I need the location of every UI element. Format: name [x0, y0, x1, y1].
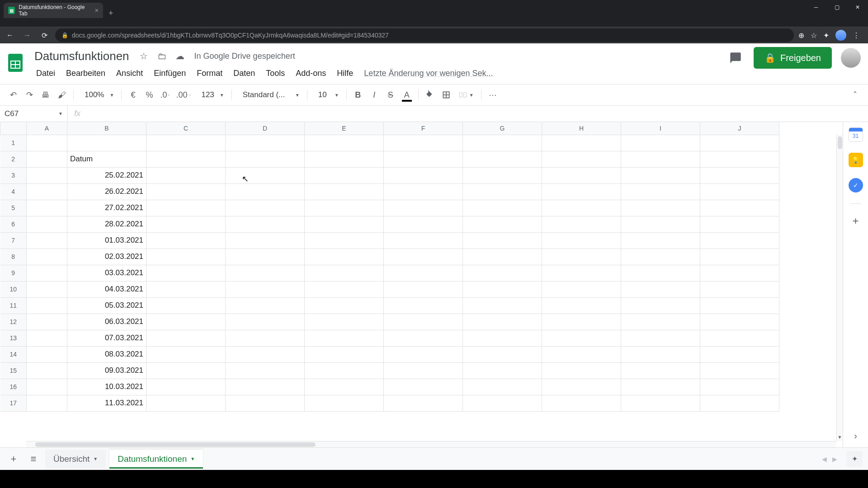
- cell[interactable]: [146, 135, 226, 151]
- cell[interactable]: [700, 395, 779, 411]
- cell[interactable]: [226, 135, 305, 151]
- cell[interactable]: [384, 330, 463, 346]
- formula-input[interactable]: [87, 110, 868, 117]
- forward-button[interactable]: →: [21, 29, 33, 42]
- cell[interactable]: [463, 216, 542, 232]
- decrease-decimal-button[interactable]: .0←: [158, 87, 173, 103]
- cell[interactable]: [146, 232, 226, 249]
- horizontal-scrollbar[interactable]: [26, 441, 836, 447]
- paint-format-button[interactable]: 🖌: [54, 87, 70, 103]
- font-size-dropdown[interactable]: 10 ▼: [311, 90, 343, 99]
- cell[interactable]: [384, 167, 463, 183]
- cell[interactable]: [384, 232, 463, 249]
- column-header-D[interactable]: D: [226, 122, 305, 135]
- add-addon-button[interactable]: +: [852, 215, 859, 227]
- all-sheets-button[interactable]: ≡: [25, 451, 42, 467]
- cell[interactable]: [463, 200, 542, 216]
- bold-button[interactable]: B: [350, 87, 366, 103]
- cell[interactable]: [700, 379, 779, 395]
- menu-bearbeiten[interactable]: Bearbeiten: [61, 67, 110, 80]
- row-header[interactable]: 14: [0, 346, 27, 362]
- cell[interactable]: [542, 200, 621, 216]
- row-header[interactable]: 11: [0, 297, 27, 314]
- window-close[interactable]: ✕: [847, 0, 868, 14]
- menu-hilfe[interactable]: Hilfe: [332, 67, 358, 80]
- cell[interactable]: [700, 281, 779, 297]
- windows-taskbar[interactable]: [0, 470, 868, 488]
- row-header[interactable]: 7: [0, 232, 27, 249]
- cell[interactable]: [384, 379, 463, 395]
- url-field[interactable]: 🔒 docs.google.com/spreadsheets/d/1hbgKTL…: [55, 28, 794, 42]
- cell[interactable]: [542, 232, 621, 249]
- doc-title[interactable]: Datumsfunktionen: [32, 48, 132, 64]
- cell[interactable]: [226, 281, 305, 297]
- cell[interactable]: [463, 330, 542, 346]
- currency-button[interactable]: €: [125, 87, 141, 103]
- new-tab-button[interactable]: +: [103, 9, 119, 18]
- cell[interactable]: [621, 216, 700, 232]
- cell[interactable]: 26.02.2021: [67, 183, 146, 200]
- column-header-C[interactable]: C: [146, 122, 226, 135]
- cell[interactable]: [305, 297, 384, 314]
- cell[interactable]: [27, 265, 67, 281]
- star-icon[interactable]: ☆: [137, 51, 150, 61]
- cell[interactable]: [226, 183, 305, 200]
- cell[interactable]: [146, 395, 226, 411]
- cell[interactable]: [700, 346, 779, 362]
- cell[interactable]: [621, 232, 700, 249]
- cell[interactable]: [621, 135, 700, 151]
- cell[interactable]: [226, 200, 305, 216]
- window-minimize[interactable]: ─: [806, 0, 826, 14]
- row-header[interactable]: 13: [0, 330, 27, 346]
- grid-main[interactable]: ABCDEFGHIJ 12Datum325.02.2021426.02.2021…: [0, 122, 843, 447]
- print-button[interactable]: 🖶: [38, 87, 53, 103]
- menu-addons[interactable]: Add-ons: [291, 67, 330, 80]
- cell[interactable]: [621, 379, 700, 395]
- cell[interactable]: [226, 167, 305, 183]
- profile-avatar[interactable]: [835, 30, 846, 41]
- cell[interactable]: [305, 346, 384, 362]
- cell[interactable]: [305, 330, 384, 346]
- vertical-scrollbar[interactable]: ▲ ▼: [836, 135, 843, 441]
- cell[interactable]: [146, 183, 226, 200]
- extensions-icon[interactable]: ✦: [823, 31, 829, 40]
- row-header[interactable]: 5: [0, 200, 27, 216]
- sheet-tab-uebersicht[interactable]: Übersicht ▼: [45, 450, 106, 469]
- cell[interactable]: [542, 346, 621, 362]
- cell[interactable]: 11.03.2021: [67, 395, 146, 411]
- cell[interactable]: [621, 200, 700, 216]
- cell[interactable]: [226, 265, 305, 281]
- cell[interactable]: [67, 135, 146, 151]
- cell[interactable]: [384, 395, 463, 411]
- cell[interactable]: [226, 395, 305, 411]
- cell[interactable]: [700, 151, 779, 167]
- cell[interactable]: 04.03.2021: [67, 281, 146, 297]
- cell[interactable]: [27, 297, 67, 314]
- cell[interactable]: [305, 281, 384, 297]
- cell[interactable]: [463, 183, 542, 200]
- select-all-cell[interactable]: [0, 122, 27, 135]
- cell[interactable]: [305, 151, 384, 167]
- sheets-logo[interactable]: [4, 47, 27, 79]
- cell[interactable]: [542, 395, 621, 411]
- column-header-I[interactable]: I: [621, 122, 700, 135]
- cell[interactable]: [27, 249, 67, 265]
- cell[interactable]: [700, 167, 779, 183]
- cell[interactable]: [621, 330, 700, 346]
- cell[interactable]: [27, 135, 67, 151]
- row-header[interactable]: 16: [0, 379, 27, 395]
- sheet-nav-left[interactable]: ◀: [820, 454, 829, 465]
- cell[interactable]: [542, 281, 621, 297]
- cell[interactable]: [146, 200, 226, 216]
- cell[interactable]: [463, 232, 542, 249]
- cell[interactable]: [27, 232, 67, 249]
- move-icon[interactable]: 🗀: [156, 51, 168, 61]
- column-header-J[interactable]: J: [700, 122, 779, 135]
- cell[interactable]: [542, 135, 621, 151]
- more-button[interactable]: ⋯: [485, 87, 500, 103]
- cell[interactable]: [305, 249, 384, 265]
- cell[interactable]: [542, 249, 621, 265]
- column-header-F[interactable]: F: [384, 122, 463, 135]
- calendar-icon[interactable]: 31: [849, 127, 863, 142]
- row-header[interactable]: 15: [0, 362, 27, 379]
